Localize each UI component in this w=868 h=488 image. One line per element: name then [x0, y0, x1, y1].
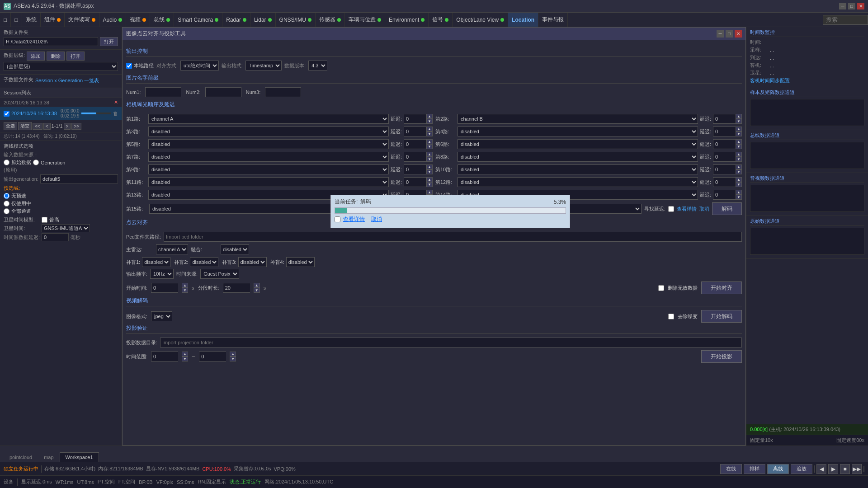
nav-sensor[interactable]: 传感器	[316, 13, 345, 27]
generation-radio-input[interactable]	[33, 160, 39, 165]
progress-cancel-btn[interactable]: 取消	[371, 216, 382, 223]
stop-btn[interactable]: ■	[840, 464, 850, 474]
nav-object[interactable]: Object/Lane View	[453, 13, 508, 27]
ch9-spin-down[interactable]: ▼	[426, 169, 433, 174]
sync-link[interactable]: 客机时间同步配置	[750, 77, 790, 84]
ch8-select[interactable]: disabled	[458, 152, 698, 162]
ch7-select[interactable]: disabled	[148, 152, 389, 162]
time-range-from-up[interactable]: ▲	[182, 352, 188, 357]
ch11-spin-up[interactable]: ▲	[426, 177, 433, 182]
ch8-spin-down[interactable]: ▼	[736, 157, 742, 162]
offline-btn[interactable]: 离线	[767, 464, 789, 474]
time-source-select[interactable]: Guest PosixHost	[200, 269, 239, 279]
ch3-select[interactable]: disabledchannel Achannel B	[148, 127, 389, 136]
raw-data-radio-input[interactable]	[4, 160, 9, 165]
nav-location[interactable]: Location	[508, 13, 538, 27]
ch10-delay-input[interactable]	[713, 164, 736, 174]
ch4-spin-up[interactable]: ▲	[736, 127, 742, 131]
ch5-select[interactable]: disabled	[148, 139, 389, 149]
nav-video[interactable]: 视频	[126, 13, 150, 27]
ch5-spin-up[interactable]: ▲	[426, 139, 433, 144]
dialog-close-btn[interactable]: ✕	[735, 30, 742, 38]
nav-smartcam[interactable]: Smart Camera	[174, 13, 222, 27]
ch10-spin-up[interactable]: ▲	[736, 164, 742, 169]
ch7-spin-up[interactable]: ▲	[426, 152, 433, 157]
delete-invalid-checkbox[interactable]	[658, 285, 664, 291]
num1-input[interactable]	[145, 87, 181, 97]
decode-btn[interactable]: 解码	[712, 202, 742, 215]
start-decode-btn[interactable]: 开始解码	[701, 310, 742, 323]
ch4-spin-down[interactable]: ▼	[736, 131, 742, 136]
data-layer-del-btn[interactable]: 删除	[47, 52, 65, 61]
ch6-spin-down[interactable]: ▼	[736, 144, 742, 149]
output-freq-select[interactable]: 10Hz20Hz	[150, 269, 174, 279]
sup3-select[interactable]: disabled	[238, 257, 267, 267]
time-range-to-up[interactable]: ▲	[230, 352, 236, 357]
ch9-select[interactable]: disabled	[148, 164, 389, 174]
num2-input[interactable]	[205, 87, 241, 97]
data-layer-add-btn[interactable]: 添加	[27, 52, 45, 61]
next-btn[interactable]: >	[64, 123, 71, 130]
ch7-delay-input[interactable]	[404, 152, 426, 162]
output-format-select[interactable]: Timestamp JPEG PNG	[245, 61, 282, 70]
duration-down[interactable]: ▼	[254, 288, 260, 293]
image-format-select[interactable]: jpegpng	[151, 311, 172, 321]
session-close-1[interactable]: ✕	[114, 99, 118, 105]
ch8-spin-up[interactable]: ▲	[736, 152, 742, 157]
sort-btn[interactable]: 排样	[744, 464, 765, 474]
num3-input[interactable]	[265, 87, 301, 97]
nav-project[interactable]: □	[11, 13, 22, 27]
ch10-select[interactable]: disabled	[458, 164, 698, 174]
session-item-1[interactable]: 2024/10/26 16:13:38 ✕	[0, 98, 122, 107]
ch1-delay-input[interactable]	[404, 114, 426, 124]
nav-lidar[interactable]: Lidar	[250, 13, 276, 27]
ch14-spin-down[interactable]: ▼	[736, 195, 742, 200]
data-version-select[interactable]: 4.3 4.2 4.1	[308, 61, 327, 70]
dialog-maximize-btn[interactable]: □	[726, 30, 733, 38]
sat-time-select[interactable]: GNSS-IMU通道A	[42, 224, 90, 232]
local-path-checkbox[interactable]	[126, 63, 132, 69]
all-channel-input[interactable]	[4, 208, 9, 214]
session-checkbox-2[interactable]	[4, 111, 9, 117]
duration-input[interactable]	[223, 283, 250, 293]
sup4-select[interactable]: disabled	[286, 257, 315, 267]
ch1-spin-up[interactable]: ▲	[426, 114, 433, 119]
align-method-select[interactable]: utc绝对时间 相对时间	[180, 61, 219, 70]
nav-grid[interactable]: □	[0, 13, 11, 27]
next-next-btn[interactable]: >>	[71, 123, 81, 130]
nav-search-input[interactable]	[823, 15, 868, 25]
timeline-bar[interactable]	[863, 466, 864, 472]
ch1-spin-down[interactable]: ▼	[426, 119, 433, 124]
sup2-select[interactable]: disabled	[190, 257, 218, 267]
cancel-link[interactable]: 取消	[699, 206, 709, 212]
online-btn[interactable]: 在线	[720, 464, 742, 474]
no-preselect-input[interactable]	[4, 193, 9, 199]
play-btn[interactable]: ▶	[828, 464, 838, 474]
ch2-spin-down[interactable]: ▼	[736, 119, 742, 124]
start-time-input[interactable]	[151, 283, 178, 293]
data-folder-open-btn[interactable]: 打开	[100, 37, 118, 46]
ch12-delay-input[interactable]	[713, 177, 736, 187]
view-details-text[interactable]: 查看详情	[343, 216, 365, 223]
session-item-2[interactable]: 2024/10/26 16:13:38 0:00:00.0 0:02:19.9 …	[0, 107, 122, 120]
ch13-spin-up[interactable]: ▲	[426, 190, 433, 195]
nav-event[interactable]: 事件与报	[538, 13, 568, 27]
ch4-delay-input[interactable]	[713, 127, 736, 136]
prev-btn[interactable]: <	[43, 123, 51, 130]
ch11-delay-input[interactable]	[404, 177, 426, 187]
ch7-spin-down[interactable]: ▼	[426, 157, 433, 162]
ch11-spin-down[interactable]: ▼	[426, 182, 433, 187]
session-delete-2[interactable]: 🗑	[113, 111, 118, 116]
data-layer-open-btn[interactable]: 打开	[66, 52, 85, 61]
nav-system[interactable]: 系统	[22, 13, 41, 27]
view-details-link[interactable]: 查看详情	[677, 206, 697, 212]
time-delay-input[interactable]	[42, 233, 69, 241]
tab-workspace1[interactable]: Workspace1	[60, 452, 99, 462]
nav-component[interactable]: 组件	[41, 13, 65, 27]
ch3-spin-down[interactable]: ▼	[426, 131, 433, 136]
clear-btn[interactable]: 清空	[18, 122, 32, 130]
prev-frame-btn[interactable]: ◀	[816, 464, 826, 474]
time-range-from-down[interactable]: ▼	[182, 357, 188, 361]
view-details-checkbox[interactable]	[668, 206, 674, 212]
nav-signal[interactable]: 信号	[429, 13, 453, 27]
